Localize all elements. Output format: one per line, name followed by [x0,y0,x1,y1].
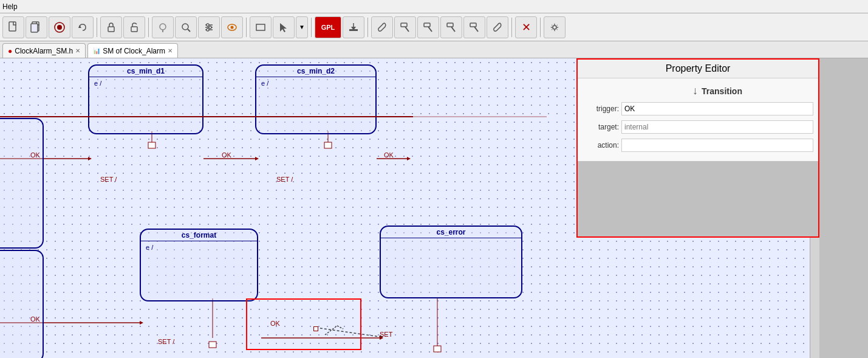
property-editor-panel: Property Editor ↓ Transition trigger: ta… [576,58,819,238]
ok-label-4: OK [30,315,40,323]
menu-help[interactable]: Help [2,2,18,11]
search-button[interactable] [175,16,197,38]
property-editor-content: ↓ Transition trigger: target: action: [578,78,818,161]
svg-point-15 [207,24,209,26]
set-label-1: SET / [100,176,117,183]
lock-button[interactable] [100,16,122,38]
tab-label-1: ClockAlarm_SM.h [15,47,73,55]
state-cs-min-d2[interactable]: cs_min_d2 e / [255,64,377,134]
svg-rect-20 [256,24,265,30]
toolbar: ▼ GPL ✕ [0,13,868,41]
toolbar-separator-5 [367,18,368,37]
state-cs-format[interactable]: cs_format e / [140,229,258,301]
property-trigger-row: trigger: [578,100,818,118]
tab-clock-alarm-sm-h[interactable]: ● ClockAlarm_SM.h ✕ [2,43,86,58]
hammer2-button[interactable] [417,16,439,38]
tab-close-1[interactable]: ✕ [75,47,80,54]
property-action-label: action: [583,141,619,150]
svg-rect-0 [9,22,16,31]
toolbar-separator-6 [511,18,512,37]
deploy-button[interactable] [343,16,364,38]
set-label-4: SET / [158,338,174,345]
svg-point-17 [207,29,209,31]
save-button[interactable] [49,16,70,38]
new-file-button[interactable] [2,16,24,38]
svg-rect-2 [31,24,38,32]
property-type-display: ↓ Transition [621,84,813,97]
tab-icon-1: ● [8,47,12,55]
hammer4-button[interactable] [463,16,485,38]
new-file2-button[interactable] [26,16,47,38]
ok-label-3: OK [384,151,394,159]
svg-line-32 [474,27,478,32]
property-action-input[interactable] [621,139,813,152]
eye-button[interactable] [221,16,243,38]
state-body-cs-min-d1: e / [89,77,202,89]
property-target-input[interactable] [621,120,813,134]
state-body-cs-error [381,238,521,243]
toolbar-separator-2 [148,18,149,37]
menu-bar: Help [0,0,868,13]
svg-marker-37 [255,157,259,160]
right-panel [819,58,868,358]
state-title-cs-error: cs_error [381,227,521,238]
svg-line-11 [188,29,190,32]
hammer1-button[interactable] [394,16,416,38]
svg-rect-41 [148,142,155,148]
svg-point-4 [57,25,62,30]
wrench-button[interactable] [371,16,393,38]
state-body-cs-min-d2: e / [256,77,375,89]
property-trigger-label: trigger: [583,105,619,113]
connector-handle[interactable] [313,326,318,331]
tab-icon-2: 📊 [93,47,100,54]
svg-marker-39 [407,157,411,160]
tune-button[interactable] [198,16,220,38]
property-trigger-input[interactable] [621,102,813,115]
ok-selected-label: OK [270,320,280,327]
state-cs-error[interactable]: cs_error [380,225,522,298]
state-cs-min-d1[interactable]: cs_min_d1 e / [88,64,203,134]
highlight-button[interactable] [152,16,174,38]
toolbar-separator-1 [97,18,97,37]
main-area: cs_min_d1 e / cs_min_d2 e / cs_format e … [0,58,868,358]
property-target-row: target: [578,118,818,136]
stop-button[interactable]: ✕ [515,16,537,38]
state-body-cs-format: e / [141,241,257,253]
undo-button[interactable] [72,16,94,38]
svg-rect-27 [424,23,430,27]
gpl-button[interactable]: GPL [315,16,341,38]
state-title-cs-min-d2: cs_min_d2 [256,66,375,77]
rectangle-button[interactable] [250,16,272,38]
svg-rect-7 [131,27,137,32]
transition-type-text: Transition [702,86,742,96]
cursor-button[interactable] [273,16,295,38]
tab-sm-clock-alarm[interactable]: 📊 SM of Clock_Alarm ✕ [87,43,178,58]
dropdown-button[interactable]: ▼ [296,16,308,38]
svg-line-28 [428,27,432,32]
set-label-2: SET / [276,176,293,183]
svg-marker-35 [88,157,92,160]
hammer3-button[interactable] [440,16,462,38]
ok-label-2: OK [222,151,231,159]
svg-point-8 [160,24,166,30]
svg-rect-31 [470,23,476,27]
property-editor-title: Property Editor [578,60,818,78]
svg-rect-6 [108,27,114,32]
toolbar-separator-4 [311,18,312,37]
set-label-3: SET [380,331,392,338]
ok-label-1: OK [30,151,40,159]
tab-bar: ● ClockAlarm_SM.h ✕ 📊 SM of Clock_Alarm … [0,41,868,58]
svg-rect-53 [434,346,441,352]
svg-line-26 [405,27,409,32]
svg-point-16 [209,26,211,29]
unlock-button[interactable] [123,16,145,38]
svg-point-33 [553,26,556,29]
svg-line-30 [451,27,455,32]
gear-button[interactable] [544,16,566,38]
tab-close-2[interactable]: ✕ [168,47,173,54]
svg-rect-25 [401,23,407,27]
state-title-cs-format: cs_format [141,230,257,241]
svg-rect-29 [447,23,453,27]
wrench2-button[interactable] [487,16,508,38]
property-type-row: ↓ Transition [578,82,818,100]
